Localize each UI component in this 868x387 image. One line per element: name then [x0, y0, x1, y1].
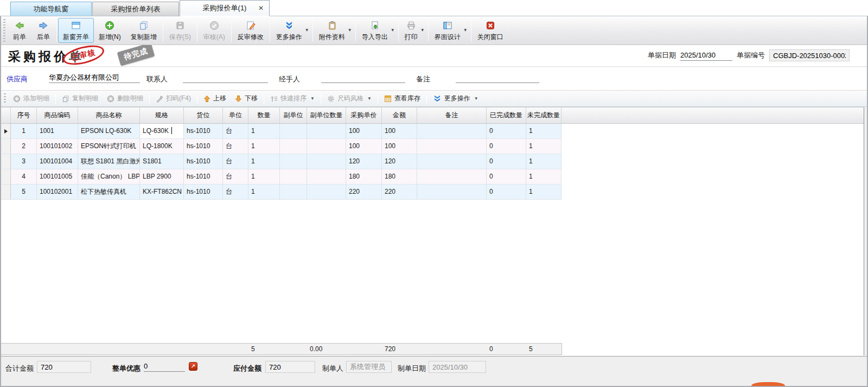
grid-header-cell[interactable]: 副单位数量: [307, 107, 346, 123]
grid-cell[interactable]: 5: [11, 185, 37, 200]
row-selector[interactable]: [1, 185, 11, 200]
grid-cell[interactable]: [417, 139, 487, 154]
grid-cell[interactable]: [307, 185, 346, 200]
grid-cell[interactable]: 100: [382, 124, 417, 139]
grid-cell[interactable]: LQ-1800K: [140, 139, 184, 154]
grid-cell[interactable]: 100: [346, 124, 382, 139]
view-stock-button[interactable]: 查看库存: [380, 92, 425, 105]
grid-cell[interactable]: 1: [248, 169, 280, 185]
grid-cell[interactable]: 100: [346, 139, 382, 154]
grid-cell[interactable]: EPSON LQ-630K: [78, 124, 140, 139]
grid-cell[interactable]: 1: [248, 139, 280, 154]
tab-quotation-active[interactable]: 采购报价单(1) ✕: [180, 0, 270, 16]
grid-cell[interactable]: [307, 154, 346, 169]
tab-close-icon[interactable]: ✕: [258, 4, 264, 12]
supplier-input[interactable]: [49, 72, 140, 83]
grid-cell[interactable]: 1: [248, 124, 280, 139]
grid-cell[interactable]: 1: [526, 169, 561, 185]
ui-design-button[interactable]: 界面设计 ▼: [430, 18, 470, 43]
grid-cell[interactable]: 120: [346, 154, 382, 169]
row-selector[interactable]: [1, 154, 11, 169]
grid-header-cell[interactable]: 金额: [382, 107, 417, 123]
detail-more-operations-button[interactable]: 更多操作 ▼: [429, 92, 483, 105]
handler-input[interactable]: [321, 72, 405, 83]
grid-header-cell[interactable]: 备注: [417, 107, 487, 123]
grid-header-cell[interactable]: 货位: [184, 107, 223, 123]
print-button[interactable]: 打印 ▼: [400, 18, 427, 43]
grid-cell[interactable]: 100101004: [37, 154, 78, 169]
dropdown-caret-icon[interactable]: ▼: [348, 28, 352, 33]
grid-cell[interactable]: [417, 185, 487, 200]
grid-corner-cell[interactable]: [1, 107, 11, 123]
dropdown-caret-icon[interactable]: ▼: [474, 96, 478, 101]
grid-cell[interactable]: 220: [382, 185, 417, 200]
next-doc-button[interactable]: 后单: [31, 18, 55, 43]
grid-cell[interactable]: 1001: [37, 124, 78, 139]
grid-cell[interactable]: hs-1010: [184, 124, 223, 139]
grid-cell[interactable]: 100102001: [37, 185, 78, 200]
note-input[interactable]: [456, 72, 539, 83]
grid-cell[interactable]: 台: [223, 154, 248, 169]
grid-cell[interactable]: S1801: [140, 154, 184, 169]
grid-cell[interactable]: 180: [382, 169, 417, 185]
doc-date-input[interactable]: [680, 50, 732, 61]
detail-toolbar-grip[interactable]: [4, 93, 6, 104]
grid-cell[interactable]: [280, 185, 307, 200]
grid-header-cell[interactable]: 未完成数量: [526, 107, 561, 123]
grid-cell[interactable]: KX-FT862CN: [140, 185, 184, 200]
grid-header-cell[interactable]: 采购单价: [346, 107, 382, 123]
grid-cell[interactable]: 台: [223, 185, 248, 200]
grid-cell[interactable]: 0: [487, 124, 526, 139]
move-up-button[interactable]: 上移: [199, 92, 231, 105]
grid-cell[interactable]: 120: [382, 154, 417, 169]
grid-cell[interactable]: 0: [487, 185, 526, 200]
tab-quotation-list[interactable]: 采购报价单列表: [92, 2, 179, 16]
grid-cell[interactable]: [417, 169, 487, 185]
grid-cell[interactable]: 松下热敏传真机: [78, 185, 140, 200]
import-export-button[interactable]: 导入导出 ▼: [357, 18, 397, 43]
grid-header-cell[interactable]: 规格: [140, 107, 184, 123]
grid-cell[interactable]: 佳能（Canon） LBP: [78, 169, 140, 185]
grid-cell[interactable]: 4: [11, 169, 37, 185]
grid-cell[interactable]: [280, 169, 307, 185]
grid-cell[interactable]: LBP 2900: [140, 169, 184, 185]
grid-cell[interactable]: 100101005: [37, 169, 78, 185]
grid-cell[interactable]: [417, 124, 487, 139]
grid-cell[interactable]: hs-1010: [184, 185, 223, 200]
grid-header-cell[interactable]: 数量: [248, 107, 280, 123]
grid-cell[interactable]: [307, 124, 346, 139]
grid-header-cell[interactable]: 序号: [11, 107, 37, 123]
toolbar-grip[interactable]: [3, 19, 5, 42]
grid-cell[interactable]: EPSON针式打印机: [78, 139, 140, 154]
grid-cell[interactable]: hs-1010: [184, 169, 223, 185]
close-window-button[interactable]: 关闭窗口: [473, 18, 508, 43]
dropdown-caret-icon[interactable]: ▼: [391, 28, 395, 33]
grid-cell[interactable]: 180: [346, 169, 382, 185]
discount-input[interactable]: [144, 361, 185, 372]
grid-cell[interactable]: 220: [346, 185, 382, 200]
row-selector[interactable]: [1, 124, 11, 139]
copy-new-button[interactable]: 复制新增: [126, 18, 162, 43]
add-new-button[interactable]: 新增(N): [94, 18, 126, 43]
more-operations-button[interactable]: 更多操作 ▼: [271, 18, 311, 43]
grid-cell[interactable]: 100: [382, 139, 417, 154]
row-selector[interactable]: [1, 169, 11, 185]
grid-cell[interactable]: 台: [223, 139, 248, 154]
grid-cell[interactable]: hs-1010: [184, 139, 223, 154]
dropdown-caret-icon[interactable]: ▼: [305, 28, 309, 33]
tab-function-nav[interactable]: 功能导航窗: [10, 2, 92, 16]
grid-cell[interactable]: 1: [526, 124, 561, 139]
grid-cell[interactable]: 0: [487, 154, 526, 169]
contact-input[interactable]: [183, 72, 268, 83]
grid-cell[interactable]: [417, 154, 487, 169]
grid-cell[interactable]: [307, 169, 346, 185]
grid-cell[interactable]: LQ-630K: [140, 124, 184, 139]
attachments-button[interactable]: 附件资料 ▼: [314, 18, 354, 43]
move-down-button[interactable]: 下移: [231, 92, 262, 105]
grid-cell[interactable]: [307, 139, 346, 154]
prev-doc-button[interactable]: 前单: [8, 18, 31, 43]
grid-cell[interactable]: 1: [248, 154, 280, 169]
dropdown-caret-icon[interactable]: ▼: [420, 28, 425, 33]
grid-cell[interactable]: 联想 S1801 黑白激光: [78, 154, 140, 169]
grid-header-cell[interactable]: 商品编码: [37, 107, 78, 123]
